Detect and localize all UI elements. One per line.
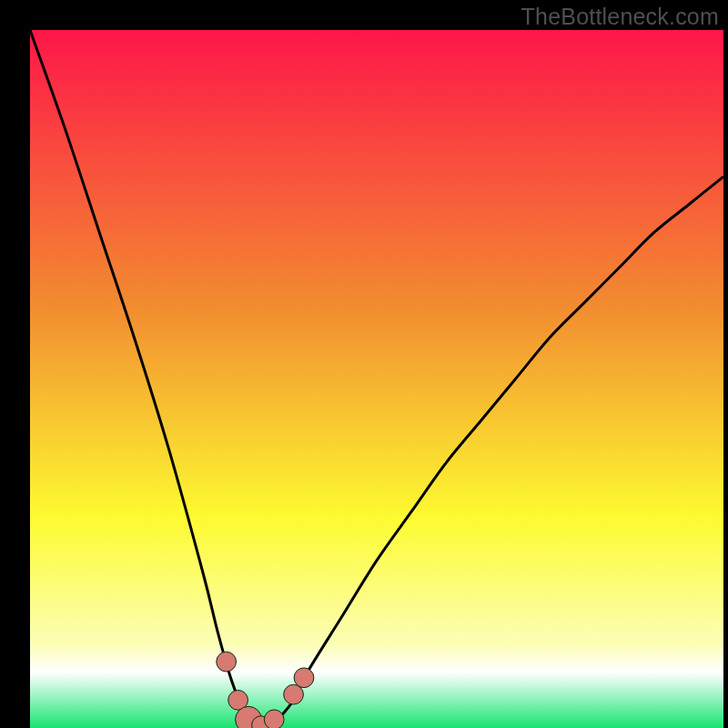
- watermark-text: TheBottleneck.com: [521, 4, 719, 30]
- outer-frame: TheBottleneck.com: [0, 0, 728, 728]
- chart-svg: [30, 30, 723, 728]
- dot-right-upper: [284, 684, 304, 704]
- gradient-background: [30, 30, 723, 728]
- dot-left-upper: [217, 652, 237, 672]
- plot-area: [30, 30, 723, 728]
- dot-right-lower: [264, 710, 284, 728]
- dot-right-top: [294, 668, 314, 688]
